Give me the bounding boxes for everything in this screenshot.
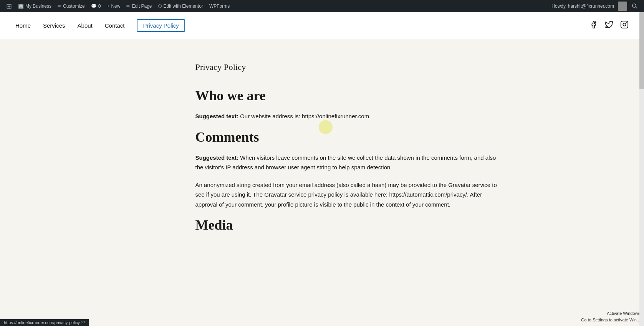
comments-button[interactable]: 💬 0	[88, 0, 104, 12]
nav-contact[interactable]: Contact	[105, 21, 125, 30]
scrollbar[interactable]	[639, 12, 644, 326]
svg-point-0	[632, 4, 636, 7]
customize-label: Customize	[63, 3, 85, 9]
content-inner: Privacy Policy Who we are Suggested text…	[130, 62, 514, 233]
howdy-text: Howdy, harshit@fixrunner.com	[551, 3, 614, 9]
who-we-are-heading: Who we are	[195, 88, 499, 104]
admin-bar-right: Howdy, harshit@fixrunner.com	[551, 0, 641, 12]
svg-line-1	[636, 7, 637, 8]
elementor-icon: ⬡	[158, 3, 162, 9]
who-we-are-bold: Suggested text:	[195, 113, 239, 119]
wpforms-label: WPForms	[209, 3, 230, 9]
comments-text-1: When visitors leave comments on the site…	[195, 154, 496, 171]
elementor-button[interactable]: ⬡ Edit with Elementor	[155, 0, 206, 12]
edit-page-button[interactable]: ✏ Edit Page	[123, 0, 155, 12]
instagram-icon[interactable]	[620, 20, 629, 31]
elementor-label: Edit with Elementor	[163, 3, 203, 9]
customize-button[interactable]: ✏ Customize	[55, 0, 88, 12]
status-bar: https://onlinefixrunner.com/privacy-poli…	[0, 319, 89, 326]
who-we-are-text: Our website address is: https://onlinefi…	[238, 113, 371, 119]
nav-privacy-policy[interactable]: Privacy Policy	[137, 19, 185, 32]
svg-rect-2	[621, 21, 628, 28]
new-icon: +	[107, 3, 109, 9]
comments-paragraph-1: Suggested text: When visitors leave comm…	[195, 153, 499, 172]
comments-bold-1: Suggested text:	[195, 154, 239, 161]
who-we-are-paragraph: Suggested text: Our website address is: …	[195, 111, 499, 121]
my-business-label: My Business	[25, 3, 51, 9]
facebook-icon[interactable]	[589, 20, 598, 31]
comments-icon: 💬	[91, 3, 97, 9]
new-button[interactable]: + New	[104, 0, 123, 12]
nav-services[interactable]: Services	[43, 21, 65, 30]
edit-page-label: Edit Page	[132, 3, 152, 9]
customize-icon: ✏	[58, 3, 61, 9]
main-nav: Home Services About Contact Privacy Poli…	[15, 19, 185, 32]
twitter-icon[interactable]	[605, 20, 613, 31]
status-url: https://onlinefixrunner.com/privacy-poli…	[4, 320, 85, 325]
wpforms-button[interactable]: WPForms	[206, 0, 233, 12]
activate-windows-notice: Activate Windows Go to Settings to activ…	[581, 310, 640, 323]
edit-icon: ✏	[126, 3, 130, 9]
comments-count: 0	[98, 3, 101, 9]
nav-home[interactable]: Home	[15, 21, 31, 30]
scrollbar-thumb[interactable]	[639, 12, 644, 89]
comments-heading: Comments	[195, 129, 499, 145]
user-avatar	[618, 2, 627, 11]
business-icon: 🏢	[18, 3, 24, 9]
my-business-button[interactable]: 🏢 My Business	[15, 0, 55, 12]
page-title: Privacy Policy	[195, 62, 499, 72]
media-heading: Media	[195, 217, 499, 233]
main-content: Privacy Policy Who we are Suggested text…	[0, 39, 644, 326]
site-header: Home Services About Contact Privacy Poli…	[0, 12, 644, 39]
admin-bar: ⊞ 🏢 My Business ✏ Customize 💬 0 + New ✏ …	[0, 0, 644, 12]
new-label: New	[111, 3, 120, 9]
search-button[interactable]	[629, 0, 641, 12]
activate-windows-line2: Go to Settings to activate Win...	[581, 317, 640, 323]
social-icons	[589, 20, 629, 31]
comments-paragraph-2: An anonymized string created from your e…	[195, 180, 499, 210]
wp-logo-button[interactable]: ⊞	[3, 0, 15, 12]
wp-icon: ⊞	[6, 2, 12, 10]
nav-about[interactable]: About	[78, 21, 93, 30]
activate-windows-line1: Activate Windows	[581, 310, 640, 317]
